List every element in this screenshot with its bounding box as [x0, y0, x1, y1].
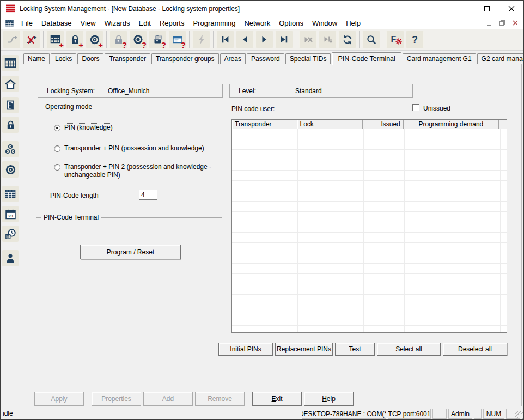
- program-reset-button[interactable]: Program / Reset: [80, 245, 181, 259]
- sidebar-time-budget-button[interactable]: [2, 226, 19, 242]
- new-locking-system-button[interactable]: +: [46, 31, 64, 48]
- select-all-button[interactable]: Select all: [377, 343, 441, 356]
- menu-options[interactable]: Options: [275, 18, 308, 28]
- sidebar-transponder-group-button[interactable]: [2, 141, 19, 157]
- menu-file[interactable]: File: [17, 18, 37, 28]
- sidebar-lock-button[interactable]: [2, 117, 19, 133]
- search-button[interactable]: [362, 31, 380, 48]
- exit-button[interactable]: Exit: [252, 392, 302, 406]
- column-header-transponder[interactable]: Transponder: [232, 120, 297, 129]
- refresh-button[interactable]: [338, 31, 356, 48]
- filter-settings-button[interactable]: F: [386, 31, 404, 48]
- mdi-restore-button[interactable]: [497, 18, 507, 27]
- skip-record-icon: [303, 35, 313, 45]
- menu-view[interactable]: View: [76, 18, 100, 28]
- menu-help[interactable]: Help: [342, 18, 365, 28]
- first-record-button[interactable]: [216, 31, 234, 48]
- radio-transponder-pin2-label[interactable]: Transponder + PIN 2 (possession and know…: [64, 163, 216, 179]
- test-button[interactable]: Test: [335, 343, 375, 356]
- resize-grip-icon[interactable]: [515, 411, 523, 419]
- next-record-button[interactable]: [255, 31, 273, 48]
- tab-locks[interactable]: Locks: [51, 53, 76, 64]
- menu-network[interactable]: Network: [240, 18, 275, 28]
- maximize-button[interactable]: [474, 1, 499, 17]
- sidebar-door-button[interactable]: [2, 97, 19, 113]
- last-record-button[interactable]: [275, 31, 293, 48]
- operating-mode-group: Operating mode PIN (knowledge) Transpond…: [38, 107, 222, 209]
- question-badge-icon: ?: [181, 41, 186, 49]
- previous-record-button[interactable]: [236, 31, 254, 48]
- add-label: Add: [162, 395, 174, 403]
- read-lock-button[interactable]: ?: [109, 31, 127, 48]
- unissued-label[interactable]: Unissued: [423, 105, 450, 112]
- replacement-pins-button[interactable]: Replacement PINs: [275, 343, 333, 356]
- remove-button[interactable]: Remove: [195, 392, 245, 406]
- read-transponder-button[interactable]: ?: [129, 31, 147, 48]
- accept-record-button[interactable]: [319, 31, 337, 48]
- mdi-minimize-button[interactable]: [484, 18, 494, 27]
- skip-record-button[interactable]: [299, 31, 317, 48]
- radio-pin-knowledge-label[interactable]: PIN (knowledge): [63, 124, 114, 132]
- radio-transponder-pin[interactable]: [54, 145, 60, 152]
- tab-pin-code-terminal[interactable]: PIN-Code Terminal: [332, 52, 401, 65]
- toolbar-separator: [359, 31, 360, 48]
- new-transponder-button[interactable]: +: [86, 31, 103, 48]
- sidebar-matrix-view-button[interactable]: [2, 186, 19, 202]
- read-lock-g1-button[interactable]: ?: [149, 31, 167, 48]
- apply-button[interactable]: Apply: [34, 392, 84, 406]
- menu-programming[interactable]: Programming: [188, 18, 240, 28]
- lock-icon: [5, 120, 16, 130]
- menu-window[interactable]: Window: [308, 18, 342, 28]
- tab-transponder-groups[interactable]: Transponder groups: [151, 53, 219, 64]
- initial-pins-button[interactable]: Initial PINs: [218, 343, 273, 356]
- column-header-issued[interactable]: Issued: [363, 120, 404, 129]
- toolbar-separator: [43, 31, 44, 48]
- radio-pin-knowledge[interactable]: [54, 125, 60, 131]
- menu-database[interactable]: Database: [37, 18, 76, 28]
- help-button[interactable]: ?: [406, 31, 424, 48]
- column-header-programming-demand[interactable]: Programming demand: [404, 120, 499, 129]
- menu-wizards[interactable]: Wizards: [100, 18, 135, 28]
- tab-card-management-g1[interactable]: Card management G1: [403, 53, 476, 64]
- mdi-close-button[interactable]: [510, 18, 520, 27]
- tab-password[interactable]: Password: [247, 53, 284, 64]
- program-button[interactable]: [192, 31, 210, 48]
- properties-button[interactable]: Properties: [92, 392, 141, 406]
- pin-code-terminal-group: PIN-Code Terminal Program / Reset: [36, 217, 222, 288]
- sidebar-calendar-button[interactable]: 23: [2, 206, 19, 222]
- menu-edit[interactable]: Edit: [135, 18, 155, 28]
- connect-button[interactable]: [3, 31, 21, 48]
- remove-label: Remove: [208, 395, 232, 403]
- deselect-all-button[interactable]: Deselect all: [443, 343, 507, 356]
- sidebar-person-button[interactable]: [2, 250, 19, 266]
- window-title: Locking System Management - [New Databas…: [20, 5, 240, 13]
- sidebar-building-button[interactable]: [2, 76, 19, 92]
- help-footer-button[interactable]: Help: [304, 392, 354, 406]
- tab-strip: Name Locks Doors Transponder Transponder…: [23, 52, 524, 64]
- tab-g2-card-management[interactable]: G2 card management: [477, 53, 524, 64]
- tab-name[interactable]: Name: [23, 53, 50, 64]
- new-lock-button[interactable]: +: [66, 31, 84, 48]
- add-button[interactable]: Add: [143, 392, 193, 406]
- tab-doors[interactable]: Doors: [77, 53, 103, 64]
- tab-areas[interactable]: Areas: [220, 53, 246, 64]
- read-network-device-button[interactable]: ?: [168, 31, 186, 48]
- toolbar: + + + ? ? ? ?: [1, 29, 523, 51]
- sidebar-matrix-button[interactable]: [2, 55, 19, 71]
- menu-reports[interactable]: Reports: [155, 18, 189, 28]
- disconnect-button[interactable]: [22, 31, 40, 48]
- question-badge-icon: ?: [122, 41, 127, 49]
- sidebar-separator: [3, 247, 18, 247]
- radio-transponder-pin2[interactable]: [54, 164, 60, 171]
- tab-special-tids[interactable]: Special TIDs: [285, 53, 331, 64]
- home-icon: [4, 78, 16, 90]
- pin-code-length-input[interactable]: [139, 190, 157, 200]
- minimize-button[interactable]: [450, 1, 474, 17]
- unissued-checkbox[interactable]: [412, 104, 419, 111]
- sidebar-transponder-button[interactable]: [2, 161, 19, 178]
- close-button[interactable]: [499, 1, 523, 17]
- column-header-lock[interactable]: Lock: [297, 120, 363, 129]
- tab-transponder[interactable]: Transponder: [105, 53, 150, 64]
- radio-transponder-pin-label[interactable]: Transponder + PIN (possession and knowle…: [64, 144, 204, 153]
- status-message: idle: [3, 410, 13, 417]
